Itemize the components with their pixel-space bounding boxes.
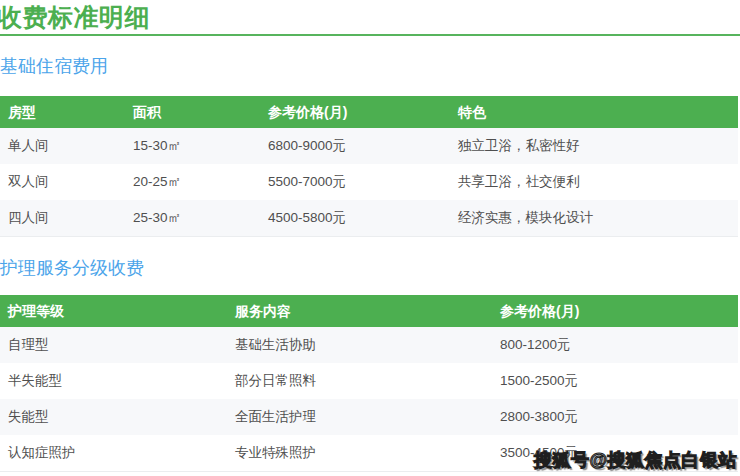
- table-cell: 双人间: [0, 164, 125, 200]
- table-cell: 全面生活护理: [227, 399, 492, 435]
- table-header-row: 护理等级 服务内容 参考价格(月): [0, 295, 738, 327]
- table-header-cell-room-type: 房型: [0, 96, 125, 128]
- table-cell: 独立卫浴，私密性好: [450, 128, 738, 164]
- table-cell: 5500-7000元: [260, 164, 450, 200]
- table-row: 单人间 15-30㎡ 6800-9000元 独立卫浴，私密性好: [0, 128, 738, 164]
- table-cell: 25-30㎡: [125, 200, 260, 237]
- table-header-cell-area: 面积: [125, 96, 260, 128]
- sohu-watermark: 搜狐号@搜狐焦点白银站: [534, 448, 737, 472]
- table-cell: 失能型: [0, 399, 227, 435]
- table-cell: 800-1200元: [492, 327, 738, 363]
- nursing-fee-table: 护理等级 服务内容 参考价格(月) 自理型 基础生活协助 800-1200元 半…: [0, 295, 738, 472]
- table-header-cell-service: 服务内容: [227, 295, 492, 327]
- table-row: 四人间 25-30㎡ 4500-5800元 经济实惠，模块化设计: [0, 200, 738, 237]
- table-cell: 6800-9000元: [260, 128, 450, 164]
- table-cell: 基础生活协助: [227, 327, 492, 363]
- section-subtitle-nursing: 护理服务分级收费: [0, 258, 740, 279]
- section-nursing-fees: 护理服务分级收费 护理等级 服务内容 参考价格(月) 自理型 基础生活协助 80…: [0, 258, 740, 472]
- table-cell: 1500-2500元: [492, 363, 738, 399]
- table-cell: 共享卫浴，社交便利: [450, 164, 738, 200]
- table-cell: 20-25㎡: [125, 164, 260, 200]
- table-cell: 认知症照护: [0, 435, 227, 472]
- table-cell: 15-30㎡: [125, 128, 260, 164]
- table-row: 失能型 全面生活护理 2800-3800元: [0, 399, 738, 435]
- table-row: 双人间 20-25㎡ 5500-7000元 共享卫浴，社交便利: [0, 164, 738, 200]
- table-cell: 自理型: [0, 327, 227, 363]
- table-header-cell-price: 参考价格(月): [492, 295, 738, 327]
- table-cell: 4500-5800元: [260, 200, 450, 237]
- table-cell: 半失能型: [0, 363, 227, 399]
- section-subtitle-accommodation: 基础住宿费用: [0, 56, 740, 77]
- accommodation-fee-table: 房型 面积 参考价格(月) 特色 单人间 15-30㎡ 6800-9000元 独…: [0, 96, 738, 237]
- table-row: 半失能型 部分日常照料 1500-2500元: [0, 363, 738, 399]
- table-cell: 四人间: [0, 200, 125, 237]
- title-divider: [0, 34, 740, 36]
- table-header-cell-features: 特色: [450, 96, 738, 128]
- table-header-cell-care-level: 护理等级: [0, 295, 227, 327]
- section-accommodation-fees: 基础住宿费用 房型 面积 参考价格(月) 特色 单人间 15-30㎡ 6800-…: [0, 56, 740, 237]
- page-title: 收费标准明细: [0, 0, 740, 30]
- table-cell: 单人间: [0, 128, 125, 164]
- table-cell: 部分日常照料: [227, 363, 492, 399]
- table-cell: 2800-3800元: [492, 399, 738, 435]
- table-cell: 专业特殊照护: [227, 435, 492, 472]
- table-header-cell-price: 参考价格(月): [260, 96, 450, 128]
- table-cell: 经济实惠，模块化设计: [450, 200, 738, 237]
- table-row: 自理型 基础生活协助 800-1200元: [0, 327, 738, 363]
- table-header-row: 房型 面积 参考价格(月) 特色: [0, 96, 738, 128]
